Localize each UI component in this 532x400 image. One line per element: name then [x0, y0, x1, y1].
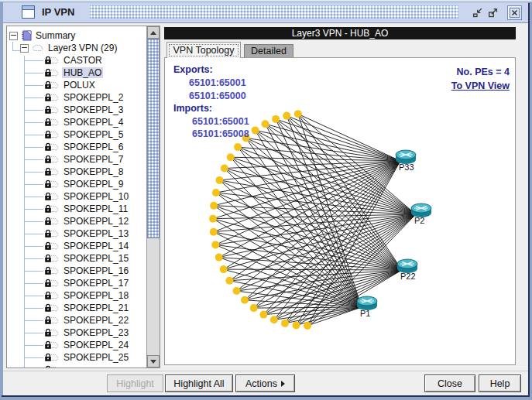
- lock-icon: [44, 365, 52, 368]
- to-vpn-view-link[interactable]: To VPN View: [451, 80, 510, 91]
- tree-item[interactable]: SPOKEPPL_24: [7, 339, 146, 351]
- tab-vpn-topology[interactable]: VPN Topology: [166, 42, 241, 58]
- vpn-link-line: [263, 307, 362, 315]
- tree-item[interactable]: SPOKEPPL_5: [7, 128, 146, 141]
- tree-item[interactable]: POLUX: [7, 79, 146, 91]
- lock-icon: [44, 56, 52, 65]
- tree-item[interactable]: SPOKEPPL_7: [7, 153, 146, 166]
- window-icon: [22, 5, 35, 19]
- tree-item[interactable]: SPOKEPPL_17: [7, 277, 146, 289]
- site-node[interactable]: [241, 296, 249, 304]
- window-body: SummaryLayer3 VPN (29)CASTORHUB_AOPOLUXS…: [3, 23, 528, 395]
- router-node[interactable]: P33: [396, 150, 416, 172]
- site-node[interactable]: [216, 176, 224, 184]
- close-dialog-button[interactable]: Close: [424, 374, 475, 392]
- highlight-all-button[interactable]: Highlight All: [165, 374, 233, 392]
- tree-expander-icon[interactable]: [9, 32, 18, 40]
- tree-connector: [24, 209, 43, 210]
- tree-item[interactable]: SPOKEPPL_18: [7, 289, 146, 302]
- site-node[interactable]: [212, 189, 220, 197]
- site-node[interactable]: [233, 287, 241, 295]
- scroll-up-button[interactable]: [147, 26, 160, 39]
- tree-item-summary[interactable]: Summary: [7, 29, 146, 42]
- tree-item[interactable]: SPOKEPPL_6: [7, 141, 146, 153]
- import-target: 65101:65008: [192, 128, 249, 139]
- pe-summary: No. PEs = 4 To VPN View: [451, 64, 510, 91]
- site-node[interactable]: [281, 320, 289, 327]
- site-node[interactable]: [210, 228, 218, 236]
- site-node[interactable]: [272, 115, 280, 123]
- tree-item[interactable]: SPOKEPPL_15: [7, 252, 146, 265]
- tab-detailed[interactable]: Detailed: [244, 44, 293, 58]
- tree-scrollbar[interactable]: [146, 26, 160, 368]
- tree-item[interactable]: SPOKEPPL_8: [7, 166, 146, 178]
- tree-connector: [24, 357, 43, 358]
- button-bar: Highlight Highlight All Actions Close He…: [3, 371, 528, 396]
- tree-item[interactable]: SPOKEPPL_21: [7, 302, 146, 314]
- site-node[interactable]: [221, 165, 228, 173]
- tree-item[interactable]: CASTOR: [7, 54, 146, 67]
- site-node[interactable]: [225, 277, 233, 285]
- tree-item[interactable]: SPOKEPPL_23: [7, 326, 146, 339]
- tree-item[interactable]: HUB_AO: [7, 67, 146, 79]
- site-node[interactable]: [211, 241, 219, 248]
- window-controls: [471, 5, 522, 20]
- highlight-button[interactable]: Highlight: [107, 374, 163, 392]
- router-label: P33: [399, 162, 414, 172]
- tree-item[interactable]: SPOKEPPL_10: [7, 190, 146, 203]
- tree-item[interactable]: SPOKEPPL_16: [7, 265, 146, 277]
- router-node[interactable]: P22: [397, 259, 417, 281]
- window-frame: IP VPN: [3, 2, 528, 395]
- site-node[interactable]: [270, 316, 278, 323]
- tree-item[interactable]: SPOKEPPL_14: [7, 240, 146, 252]
- site-node[interactable]: [234, 143, 242, 151]
- lock-icon: [44, 80, 52, 90]
- tree-item[interactable]: SPOKEPPL_13: [7, 227, 146, 240]
- site-node[interactable]: [215, 254, 223, 262]
- tree-item-clipped[interactable]: [7, 364, 146, 368]
- site-node[interactable]: [259, 311, 267, 319]
- maximize-arrow-icon: [487, 7, 499, 19]
- tree-item[interactable]: SPOKEPPL_2: [7, 91, 146, 104]
- site-node[interactable]: [294, 110, 302, 118]
- site-node[interactable]: [283, 112, 290, 120]
- tree-item[interactable]: SPOKEPPL_3: [7, 104, 146, 116]
- tree-connector: [24, 147, 43, 148]
- tree-item[interactable]: SPOKEPPL_9: [7, 178, 146, 190]
- tree-item[interactable]: SPOKEPPL_4: [7, 116, 146, 128]
- scroll-down-button[interactable]: [147, 355, 160, 368]
- actions-menu-button[interactable]: Actions: [235, 374, 295, 392]
- lock-icon: [44, 93, 52, 102]
- tree-item[interactable]: SPOKEPPL_25: [7, 351, 146, 364]
- vpn-link-line: [256, 130, 362, 307]
- tree-connector: [24, 246, 43, 247]
- tree-item[interactable]: SPOKEPPL_22: [7, 314, 146, 326]
- scrollbar-thumb[interactable]: [147, 39, 160, 238]
- site-node[interactable]: [220, 265, 228, 273]
- site-node[interactable]: [262, 120, 269, 128]
- close-button[interactable]: [507, 5, 522, 20]
- site-node[interactable]: [250, 304, 258, 312]
- tree-connector: [24, 197, 43, 197]
- iconify-button[interactable]: [471, 6, 484, 19]
- tree-connector: [24, 73, 43, 74]
- lock-icon: [44, 353, 52, 362]
- title-bar[interactable]: IP VPN: [3, 2, 528, 23]
- site-node[interactable]: [227, 153, 235, 161]
- lock-icon: [44, 291, 52, 300]
- site-node[interactable]: [293, 322, 300, 330]
- lock-icon: [44, 229, 52, 238]
- site-node[interactable]: [304, 322, 311, 330]
- site-node[interactable]: [210, 202, 218, 210]
- router-node[interactable]: P2: [411, 203, 431, 225]
- tree-item[interactable]: SPOKEPPL_12: [7, 215, 146, 227]
- maximize-button[interactable]: [486, 6, 499, 19]
- up-arrow-icon: [150, 31, 156, 35]
- router-node[interactable]: P1: [357, 296, 377, 318]
- tree-expander-icon[interactable]: [20, 44, 29, 53]
- tree-item[interactable]: SPOKEPPL_11: [7, 203, 146, 215]
- help-button[interactable]: Help: [479, 374, 521, 392]
- tree-item-layer3-vpn[interactable]: Layer3 VPN (29): [7, 42, 146, 54]
- site-node[interactable]: [252, 126, 259, 134]
- site-node[interactable]: [209, 215, 217, 223]
